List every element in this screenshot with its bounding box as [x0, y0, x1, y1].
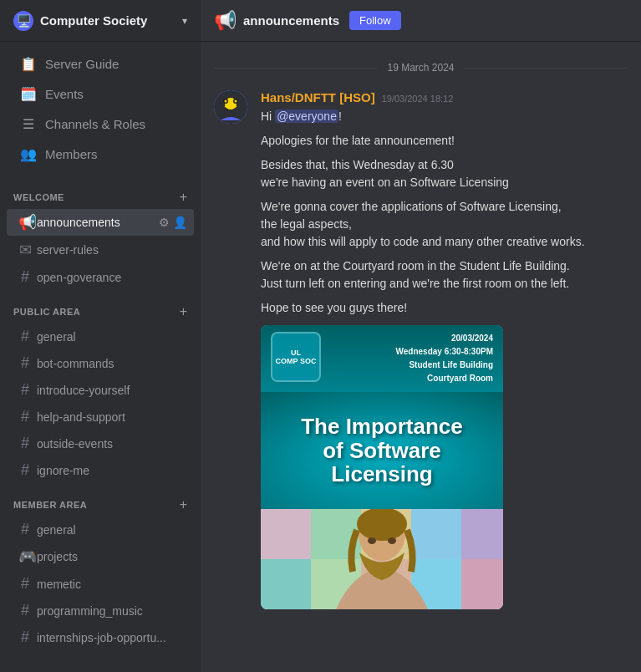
channel-left: # outside-events: [18, 435, 113, 452]
gear-icon[interactable]: 👤: [173, 216, 187, 229]
members-icon: 👥: [20, 146, 37, 162]
channel-item-open-goverance[interactable]: # open-goverance: [7, 264, 194, 290]
channel-item-ignore-me[interactable]: # ignore-me: [7, 457, 194, 483]
svg-rect-10: [411, 509, 461, 559]
channel-item-help-and-support[interactable]: # help-and-support: [7, 404, 194, 430]
channel-item-memetic[interactable]: # memetic: [7, 571, 194, 597]
channel-name-introduce-yourself: introduce-yourself: [37, 384, 130, 397]
follow-button[interactable]: Follow: [349, 11, 401, 30]
channel-left: # internships-job-opportu...: [18, 629, 166, 646]
channel-header: 📢 announcements Follow: [201, 0, 641, 42]
channel-item-general[interactable]: # general: [7, 323, 194, 349]
channel-name-help-and-support: help-and-support: [37, 410, 125, 424]
section-public-area: PUBLIC AREA + # general # bot-commands #…: [0, 291, 201, 484]
sidebar-item-events[interactable]: 🗓️ Events: [7, 79, 194, 109]
event-logo: ULCOMP SOC: [271, 332, 321, 382]
event-image: ULCOMP SOC 20/03/2024 Wednesday 6:30-8:3…: [261, 325, 503, 609]
server-guide-icon: 📋: [20, 56, 37, 72]
add-channel-public-icon[interactable]: +: [180, 304, 187, 319]
channels-roles-icon: ☰: [20, 116, 37, 132]
date-divider: 19 March 2024: [201, 55, 641, 80]
channel-name-open-goverance: open-goverance: [37, 271, 121, 284]
sidebar-item-label: Server Guide: [45, 57, 119, 71]
event-venue-line1: Student Life Building: [395, 359, 493, 372]
sidebar-item-server-guide[interactable]: 📋 Server Guide: [7, 49, 194, 79]
channel-item-introduce-yourself[interactable]: # introduce-yourself: [7, 377, 194, 403]
events-icon: 🗓️: [20, 86, 37, 102]
section-welcome: WELCOME + 📢 announcements ⚙ 👤 ✉ server-r…: [0, 176, 201, 291]
section-title-public-area: PUBLIC AREA: [13, 307, 80, 317]
svg-rect-16: [461, 559, 503, 609]
channel-name-internships: internships-job-opportu...: [37, 631, 166, 644]
hash-icon: #: [18, 435, 32, 452]
channel-name-general: general: [37, 330, 76, 344]
channel-item-outside-events[interactable]: # outside-events: [7, 430, 194, 456]
channel-left: 🎮 projects: [18, 547, 78, 566]
section-member-area: MEMBER AREA + # general 🎮 projects # mem…: [0, 484, 201, 651]
channel-item-internships[interactable]: # internships-job-opportu...: [7, 624, 194, 650]
channel-name-bot-commands: bot-commands: [37, 357, 114, 370]
channel-item-announcements[interactable]: 📢 announcements ⚙ 👤: [7, 209, 194, 236]
event-title-line1: The Importance: [301, 415, 463, 439]
server-header[interactable]: 🖥️ Computer Society ▾: [0, 0, 201, 42]
sidebar-item-label: Events: [45, 87, 84, 101]
channel-left: # introduce-yourself: [18, 381, 130, 399]
section-header-member-area[interactable]: MEMBER AREA +: [0, 484, 201, 516]
server-icon: 🖥️: [13, 11, 33, 31]
channel-left: # open-goverance: [18, 268, 121, 286]
server-name: Computer Society: [40, 13, 147, 28]
add-channel-welcome-icon[interactable]: +: [180, 190, 187, 205]
svg-point-4: [225, 100, 227, 103]
message-username[interactable]: Hans/DNFTT [HSO]: [261, 90, 375, 104]
channel-name-memetic: memetic: [37, 578, 81, 591]
table-row: Hans/DNFTT [HSO] 19/03/2024 18:12 Hi @ev…: [201, 87, 641, 613]
channel-left: # programming_music: [18, 602, 143, 619]
sidebar-item-label: Channels & Roles: [45, 117, 145, 131]
sidebar-item-members[interactable]: 👥 Members: [7, 140, 194, 169]
add-channel-member-icon[interactable]: +: [180, 497, 187, 512]
channel-left: # general: [18, 328, 76, 345]
svg-point-19: [368, 537, 376, 544]
event-image-bottom: [261, 509, 503, 609]
channel-item-programming-music[interactable]: # programming_music: [7, 598, 194, 624]
channel-name-ignore-me: ignore-me: [37, 464, 89, 477]
projects-icon: 🎮: [18, 547, 32, 566]
message-timestamp: 19/03/2024 18:12: [382, 94, 454, 104]
sidebar-item-label: Members: [45, 147, 98, 161]
message-header: Hans/DNFTT [HSO] 19/03/2024 18:12: [261, 90, 628, 104]
event-date: 20/03/2024: [395, 332, 493, 345]
announcement-channel-icon: 📢: [18, 213, 32, 232]
hash-icon: #: [18, 575, 32, 593]
settings-icon[interactable]: ⚙: [159, 216, 170, 229]
mention-everyone[interactable]: @everyone: [275, 109, 338, 123]
svg-rect-7: [261, 509, 311, 559]
channel-left: 📢 announcements: [18, 213, 120, 232]
channel-left: # ignore-me: [18, 461, 89, 479]
channel-item-server-rules[interactable]: ✉ server-rules: [7, 237, 194, 263]
hash-icon: #: [18, 268, 32, 286]
svg-point-5: [235, 100, 237, 103]
channel-item-bot-commands[interactable]: # bot-commands: [7, 350, 194, 376]
channel-icons: ⚙ 👤: [159, 216, 187, 229]
sidebar-item-channels-roles[interactable]: ☰ Channels & Roles: [7, 109, 194, 139]
section-header-welcome[interactable]: WELCOME +: [0, 176, 201, 208]
channel-name-programming-music: programming_music: [37, 604, 143, 618]
avatar: [214, 90, 247, 124]
svg-rect-12: [261, 559, 311, 609]
section-header-public-area[interactable]: PUBLIC AREA +: [0, 291, 201, 323]
channel-item-projects[interactable]: 🎮 projects: [7, 543, 194, 570]
hash-icon: #: [18, 354, 32, 372]
event-time: Wednesday 6:30-8:30PM: [395, 345, 493, 359]
channel-name-member-general: general: [37, 523, 76, 537]
section-title-welcome: WELCOME: [13, 192, 64, 202]
event-date-info: 20/03/2024 Wednesday 6:30-8:30PM Student…: [395, 332, 493, 385]
channel-item-member-general[interactable]: # general: [7, 517, 194, 542]
hash-icon: ✉: [18, 241, 32, 259]
channel-name-announcements: announcements: [37, 216, 120, 229]
main-content: 📢 announcements Follow 19 March 2024: [201, 0, 641, 672]
messages-area[interactable]: 19 March 2024 Hans/DNFTT [HSO]: [201, 42, 641, 672]
announcement-header-icon: 📢: [214, 10, 237, 32]
server-header-left: 🖥️ Computer Society: [13, 11, 147, 31]
chevron-down-icon: ▾: [182, 15, 187, 27]
channel-name-projects: projects: [37, 550, 78, 563]
